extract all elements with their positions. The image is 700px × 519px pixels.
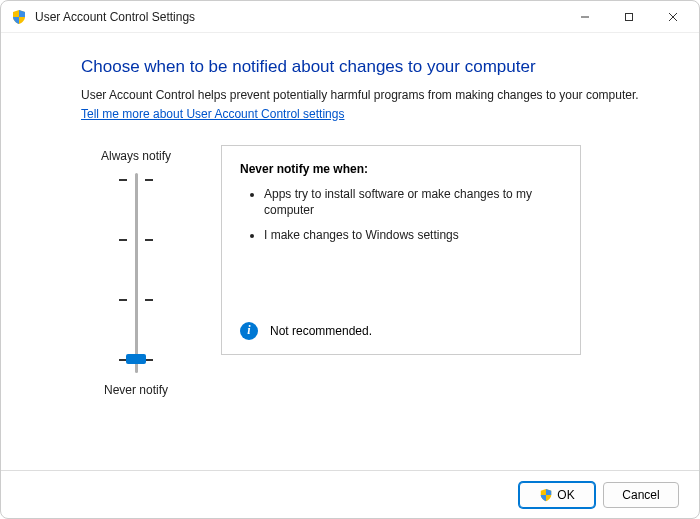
page-heading: Choose when to be notified about changes… <box>81 57 651 77</box>
panel-bullet: I make changes to Windows settings <box>264 227 562 244</box>
uac-shield-icon <box>539 488 553 502</box>
description-line: User Account Control helps prevent poten… <box>81 88 639 102</box>
info-icon: i <box>240 322 258 340</box>
titlebar: User Account Control Settings <box>1 1 699 33</box>
main-row: Always notify Never notify Never notify … <box>81 145 651 401</box>
ok-button-label: OK <box>557 488 574 502</box>
slider-tick <box>119 179 153 181</box>
content-area: Choose when to be notified about changes… <box>1 33 699 401</box>
dialog-footer: OK Cancel <box>1 470 699 518</box>
close-button[interactable] <box>651 2 695 32</box>
maximize-button[interactable] <box>607 2 651 32</box>
slider-tick <box>119 239 153 241</box>
learn-more-link[interactable]: Tell me more about User Account Control … <box>81 106 344 123</box>
minimize-button[interactable] <box>563 2 607 32</box>
slider-track <box>135 173 138 373</box>
svg-rect-1 <box>626 13 633 20</box>
description-text: User Account Control helps prevent poten… <box>81 87 651 123</box>
recommendation-text: Not recommended. <box>270 324 372 338</box>
panel-bullet: Apps try to install software or make cha… <box>264 186 562 220</box>
notification-panel: Never notify me when: Apps try to instal… <box>221 145 581 355</box>
slider-thumb[interactable] <box>126 354 146 364</box>
window-title: User Account Control Settings <box>35 10 563 24</box>
recommendation-row: i Not recommended. <box>240 322 372 340</box>
cancel-button-label: Cancel <box>622 488 659 502</box>
panel-bullet-list: Apps try to install software or make cha… <box>240 186 562 244</box>
uac-shield-icon <box>11 9 27 25</box>
slider-tick <box>119 299 153 301</box>
slider-top-label: Always notify <box>101 149 171 163</box>
slider-bottom-label: Never notify <box>104 383 168 397</box>
panel-title: Never notify me when: <box>240 162 562 176</box>
cancel-button[interactable]: Cancel <box>603 482 679 508</box>
slider-column: Always notify Never notify <box>81 145 191 401</box>
uac-slider[interactable] <box>106 173 166 373</box>
ok-button[interactable]: OK <box>519 482 595 508</box>
